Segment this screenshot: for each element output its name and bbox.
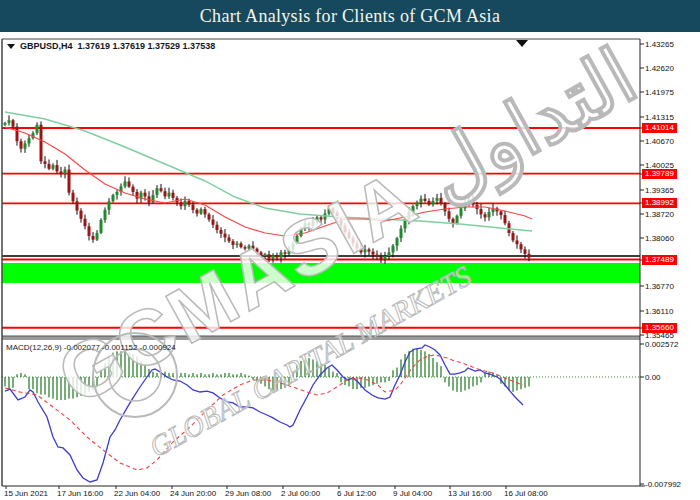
chart-plot-area[interactable]: GCMASIA التداولGLOBAL CAPITAL MARKETS — [0, 32, 700, 500]
candle-bear — [500, 211, 503, 215]
macd-histogram-bar — [208, 374, 209, 377]
candle-bear — [212, 220, 215, 225]
candle-bear — [484, 214, 487, 217]
price-axis-label: 1.38720 — [645, 210, 674, 219]
price-axis-label: 1.39365 — [645, 186, 674, 195]
candle-bear — [196, 210, 199, 214]
candle-bear — [528, 254, 531, 258]
macd-histogram-bar — [180, 373, 181, 377]
candle-bull — [24, 143, 27, 148]
macd-histogram-bar — [188, 374, 189, 377]
macd-histogram-bar — [432, 358, 433, 377]
macd-histogram-bar — [212, 373, 213, 377]
candle-bull — [52, 165, 55, 169]
macd-histogram-bar — [460, 377, 461, 392]
macd-histogram-bar — [416, 349, 417, 377]
macd-histogram-bar — [464, 377, 465, 391]
time-axis-label: 22 Jun 04:00 — [114, 489, 160, 498]
candle-bull — [456, 216, 459, 223]
macd-histogram-bar — [8, 377, 9, 389]
candle-bear — [56, 165, 59, 171]
macd-histogram-bar — [420, 350, 421, 377]
macd-histogram-bar — [448, 377, 449, 386]
macd-axis-label: -0.007992 — [645, 480, 681, 489]
macd-histogram-bar — [388, 377, 389, 381]
time-axis-label: 2 Jul 00:00 — [281, 489, 320, 498]
candle-bear — [68, 170, 71, 193]
candle-bull — [112, 195, 115, 201]
macd-histogram-bar — [396, 368, 397, 377]
candle-bull — [168, 193, 171, 197]
candle-bull — [28, 138, 31, 143]
price-axis-label: 1.40670 — [645, 137, 674, 146]
candle-bull — [8, 120, 11, 123]
candle-bear — [204, 209, 207, 214]
candle-bear — [224, 234, 227, 238]
candle-bull — [488, 212, 491, 217]
macd-histogram-bar — [528, 377, 529, 386]
candle-bull — [116, 192, 119, 195]
macd-histogram-bar — [512, 377, 513, 392]
price-axis-label: 1.41315 — [645, 113, 674, 122]
symbol-bar: GBPUSD,H4 1.37619 1.37619 1.37529 1.3753… — [7, 41, 215, 51]
candle-bear — [128, 181, 131, 186]
price-axis-alert-label: 1.38992 — [642, 198, 677, 208]
candle-bear — [84, 219, 87, 226]
macd-histogram-bar — [24, 374, 25, 377]
watermark-brand-text: GCMASIA التداول — [43, 32, 652, 425]
time-axis-label: 13 Jul 16:00 — [448, 489, 492, 498]
macd-histogram-bar — [184, 373, 185, 377]
macd-histogram-bar — [12, 377, 13, 388]
macd-histogram-bar — [520, 377, 521, 389]
price-axis-label: 1.43265 — [645, 40, 674, 49]
candle-bear — [452, 219, 455, 223]
time-axis-label: 16 Jul 08:00 — [504, 489, 548, 498]
macd-histogram-bar — [224, 373, 225, 377]
macd-axis-label: 0.002572 — [645, 340, 678, 349]
macd-histogram-bar — [36, 377, 37, 393]
macd-histogram-bar — [444, 377, 445, 382]
macd-histogram-bar — [56, 377, 57, 400]
macd-histogram-bar — [40, 377, 41, 395]
macd-histogram-bar — [4, 377, 5, 386]
candle-bear — [172, 193, 175, 198]
candle-bear — [80, 211, 83, 219]
macd-histogram-bar — [332, 372, 333, 377]
price-axis-alert-label: 1.37489 — [642, 255, 677, 265]
macd-histogram-bar — [228, 373, 229, 377]
candle-bull — [124, 181, 127, 186]
candle-bull — [200, 209, 203, 213]
macd-histogram-bar — [44, 377, 45, 395]
price-axis-label: 1.42620 — [645, 64, 674, 73]
candle-bear — [132, 187, 135, 192]
candle-bull — [104, 210, 107, 220]
candle-bear — [480, 209, 483, 214]
symbol-dropdown-icon[interactable] — [7, 44, 15, 49]
chart-window: GCMASIA التداولGLOBAL CAPITAL MARKETS GB… — [0, 32, 700, 500]
macd-histogram-bar — [468, 377, 469, 389]
scroll-to-end-icon[interactable] — [516, 40, 528, 47]
time-axis-label: 6 Jul 12:00 — [337, 489, 376, 498]
macd-histogram-bar — [220, 374, 221, 377]
price-axis-label: 1.41975 — [645, 88, 674, 97]
macd-histogram-bar — [456, 377, 457, 392]
macd-histogram-bar — [336, 373, 337, 377]
candle-bull — [64, 170, 67, 174]
candle-bear — [524, 249, 527, 253]
candle-bear — [188, 201, 191, 205]
title-text: Chart Analysis for Clients of GCM Asia — [200, 6, 500, 27]
macd-histogram-bar — [372, 377, 373, 385]
app-window: Chart Analysis for Clients of GCM Asia G… — [0, 0, 700, 500]
candle-bear — [516, 240, 519, 244]
candle-bull — [96, 233, 99, 240]
macd-histogram-bar — [200, 373, 201, 377]
macd-histogram-bar — [340, 377, 341, 382]
macd-histogram-bar — [32, 377, 33, 389]
ohlc-values: 1.37619 1.37619 1.37529 1.37538 — [78, 41, 216, 51]
macd-histogram-bar — [412, 349, 413, 377]
macd-histogram-bar — [236, 374, 237, 377]
macd-histogram-bar — [196, 374, 197, 377]
macd-histogram-bar — [240, 373, 241, 377]
price-axis-label: 1.36110 — [645, 307, 673, 316]
candle-bear — [220, 230, 223, 234]
